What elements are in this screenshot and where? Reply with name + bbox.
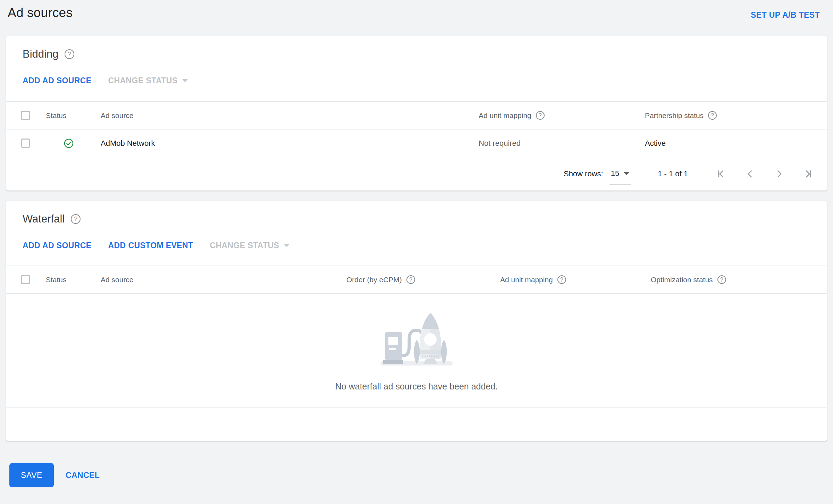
waterfall-col-status: Status [46, 276, 101, 284]
cancel-button[interactable]: CANCEL [66, 471, 100, 480]
waterfall-change-status-label: CHANGE STATUS [210, 241, 279, 250]
waterfall-add-custom-event-button[interactable]: ADD CUSTOM EVENT [108, 241, 193, 250]
waterfall-select-all-checkbox[interactable] [21, 275, 30, 284]
bidding-table-header: Status Ad source Ad unit mapping Partner… [6, 102, 827, 129]
chevron-down-icon [182, 79, 188, 82]
first-page-icon[interactable] [716, 169, 726, 179]
waterfall-help-icon[interactable] [71, 214, 81, 224]
row-ad-source: AdMob Network [101, 139, 479, 148]
rows-per-page-value: 15 [611, 169, 619, 178]
bidding-change-status-label: CHANGE STATUS [108, 76, 178, 85]
waterfall-col-ad-unit-mapping: Ad unit mapping [500, 275, 651, 284]
bidding-col-status: Status [46, 111, 101, 120]
next-page-icon[interactable] [774, 169, 784, 179]
bidding-change-status-button[interactable]: CHANGE STATUS [108, 76, 188, 85]
bidding-pagination: Show rows: 15 1 - 1 of 1 [6, 157, 827, 191]
last-page-icon[interactable] [803, 169, 814, 179]
waterfall-empty-message: No waterfall ad sources have been added. [6, 381, 827, 392]
bidding-col-ad-source: Ad source [101, 111, 479, 120]
row-ad-unit-mapping: Not required [479, 139, 645, 148]
active-check-icon [64, 138, 74, 149]
row-checkbox[interactable] [21, 138, 30, 148]
waterfall-col-order: Order (by eCPM) [346, 275, 500, 284]
waterfall-table: Status Ad source Order (by eCPM) Ad unit… [6, 266, 827, 441]
rows-per-page-select[interactable]: 15 [610, 169, 631, 179]
bidding-actions-row: ADD AD SOURCE CHANGE STATUS [6, 76, 827, 85]
page-header: Ad sources SET UP A/B TEST [0, 0, 833, 36]
bottom-action-bar: SAVE CANCEL [9, 463, 833, 487]
select-caret-icon [624, 172, 629, 175]
row-status-cell [46, 138, 101, 149]
page-title: Ad sources [8, 6, 73, 20]
row-partnership-status: Active [645, 139, 827, 148]
save-button[interactable]: SAVE [9, 463, 54, 487]
waterfall-title: Waterfall [23, 213, 65, 225]
chevron-down-icon [284, 244, 289, 247]
set-up-ab-test-link[interactable]: SET UP A/B TEST [751, 10, 820, 20]
optimization-status-help-icon[interactable] [717, 275, 726, 284]
rocket-and-fuel-pump-illustration [378, 309, 455, 368]
order-help-icon[interactable] [406, 275, 415, 284]
bidding-table: Status Ad source Ad unit mapping Partner… [6, 101, 827, 191]
pagination-range: 1 - 1 of 1 [658, 169, 688, 178]
waterfall-footer-blank [6, 408, 827, 441]
waterfall-actions-row: ADD AD SOURCE ADD CUSTOM EVENT CHANGE ST… [6, 241, 827, 250]
waterfall-card: Waterfall ADD AD SOURCE ADD CUSTOM EVENT… [6, 201, 827, 441]
bidding-add-ad-source-button[interactable]: ADD AD SOURCE [23, 76, 92, 85]
bidding-help-icon[interactable] [65, 49, 74, 59]
row-checkbox-cell [6, 138, 46, 148]
waterfall-col-optimization-status: Optimization status [651, 275, 827, 284]
show-rows-label: Show rows: [564, 169, 603, 178]
waterfall-empty-state: No waterfall ad sources have been added. [6, 294, 827, 408]
waterfall-col-ad-source: Ad source [101, 276, 346, 284]
waterfall-table-header: Status Ad source Order (by eCPM) Ad unit… [6, 266, 827, 294]
waterfall-change-status-button[interactable]: CHANGE STATUS [210, 241, 290, 250]
pager [716, 169, 814, 179]
previous-page-icon[interactable] [745, 169, 755, 179]
bidding-col-ad-unit-mapping: Ad unit mapping [479, 111, 645, 120]
waterfall-add-ad-source-button[interactable]: ADD AD SOURCE [23, 241, 92, 250]
bidding-title: Bidding [23, 48, 58, 60]
bidding-table-row: AdMob Network Not required Active [6, 129, 827, 157]
bidding-header-checkbox-cell [6, 111, 46, 120]
bidding-card-header: Bidding [6, 36, 827, 60]
waterfall-card-header: Waterfall [6, 201, 827, 225]
waterfall-ad-unit-mapping-help-icon[interactable] [557, 275, 566, 284]
partnership-status-help-icon[interactable] [708, 111, 717, 120]
bidding-card: Bidding ADD AD SOURCE CHANGE STATUS Stat… [6, 36, 827, 191]
waterfall-header-checkbox-cell [6, 275, 46, 284]
select-all-checkbox[interactable] [21, 111, 30, 120]
ad-unit-mapping-help-icon[interactable] [536, 111, 545, 120]
bidding-col-partnership-status: Partnership status [645, 111, 827, 120]
